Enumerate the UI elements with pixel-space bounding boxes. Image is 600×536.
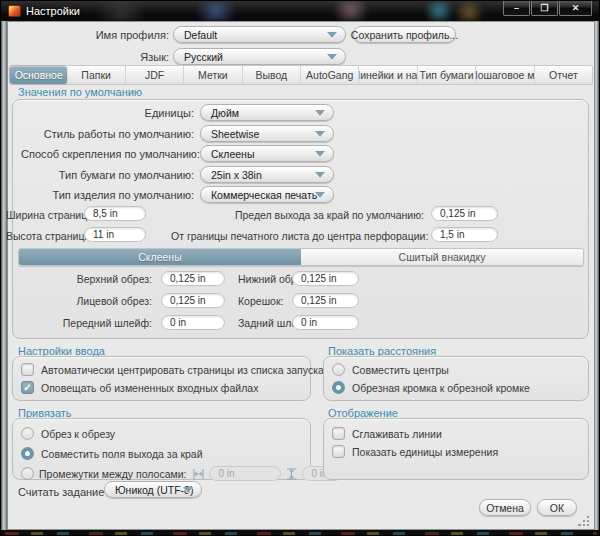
profile-name-select[interactable]: Default — [173, 26, 346, 43]
units-label: Единицы: — [21, 107, 194, 119]
radio-trim-to-trim-snap-label: Обрез к обрезу — [41, 428, 115, 440]
perforation-input[interactable]: 1,5 in — [431, 227, 498, 242]
title-bar[interactable]: Настройки – ❐ ✕ — [1, 1, 600, 21]
cancel-button[interactable]: Отмена — [479, 499, 531, 516]
checkbox-show-units-label: Показать единицы измерения — [352, 446, 498, 458]
settings-dialog: Настройки – ❐ ✕ Имя профиля: Default Сох… — [0, 0, 600, 536]
trim-bottom-input[interactable]: 0,125 in — [292, 271, 359, 286]
tab-folders[interactable]: Папки — [67, 66, 124, 84]
back-tail-input[interactable]: 0 in — [292, 315, 359, 330]
distances-groupbox: Совместить центры Обрезная кромка к обре… — [323, 356, 589, 401]
units-select[interactable]: Дюйм — [200, 104, 334, 121]
horizontal-gap-icon — [193, 468, 204, 480]
checkbox-auto-center[interactable] — [21, 363, 34, 376]
minimize-button[interactable]: – — [503, 1, 530, 16]
tab-output[interactable]: Вывод — [242, 66, 300, 84]
trim-top-label: Верхний обрез: — [61, 273, 152, 285]
chevron-down-icon — [315, 172, 325, 178]
profile-name-value: Default — [184, 29, 217, 41]
ok-button[interactable]: ОК — [537, 499, 577, 516]
segment-saddle-stitched[interactable]: Сшитый внакидку — [301, 249, 583, 265]
work-style-value: Sheetwise — [211, 128, 259, 140]
read-job-select[interactable]: Юникод (UTF-8) — [104, 481, 202, 498]
snap-groupbox: Обрез к обрезу Совместить поля выхода за… — [12, 418, 311, 480]
tab-main[interactable]: Основное — [10, 66, 67, 84]
resize-grip[interactable] — [578, 514, 590, 526]
trim-face-input[interactable]: 0,125 in — [161, 293, 225, 308]
chevron-down-icon — [327, 54, 337, 60]
profile-name-label: Имя профиля: — [61, 29, 169, 41]
product-type-label: Тип изделия по умолчанию: — [21, 189, 194, 201]
chevron-down-icon — [183, 487, 193, 493]
checkbox-notify-changed-files-label: Оповещать об измененных входных файлах — [41, 382, 258, 394]
radio-trim-to-trim-label: Обрезная кромка к обрезной кромке — [352, 382, 530, 394]
close-button[interactable]: ✕ — [559, 1, 592, 16]
checkbox-auto-center-label: Автоматически центрировать страницы из с… — [41, 364, 324, 376]
radio-align-centers[interactable] — [332, 363, 345, 376]
language-select[interactable]: Русский — [173, 48, 346, 65]
binding-method-value: Склеены — [211, 148, 254, 160]
chevron-down-icon — [315, 151, 325, 157]
tab-autogang[interactable]: AutoGang — [300, 66, 358, 84]
defaults-section-header: Значения по умолчанию — [18, 86, 142, 98]
gap-horizontal-input[interactable]: 0 in — [209, 466, 281, 481]
binding-method-label: Способ скрепления по умолчанию: — [21, 148, 194, 160]
product-type-select[interactable]: Коммерческая печать — [200, 186, 334, 203]
checkbox-smooth-lines[interactable] — [332, 427, 345, 440]
perforation-label: От границы печатного листа до центра пер… — [171, 230, 424, 242]
page-height-input[interactable]: 11 in — [84, 227, 146, 242]
save-profile-button[interactable]: Сохранить профиль... — [353, 26, 456, 43]
binding-segmented-control: Склеены Сшитый внакидку — [18, 248, 584, 266]
units-value: Дюйм — [211, 107, 239, 119]
radio-column-gaps[interactable] — [21, 467, 34, 480]
input-settings-groupbox: Автоматически центрировать страницы из с… — [12, 356, 311, 401]
radio-column-gaps-label: Промежутки между полосами: — [39, 468, 186, 480]
page-height-label: Высота страницы: — [6, 230, 79, 242]
work-style-label: Стиль работы по умолчанию: — [21, 128, 194, 140]
spine-input[interactable]: 0,125 in — [292, 293, 359, 308]
chevron-down-icon — [315, 110, 325, 116]
chevron-down-icon — [327, 32, 337, 38]
tab-strip: Основное Папки JDF Метки Вывод AutoGang … — [9, 65, 593, 85]
language-label: Язык: — [61, 51, 169, 63]
segment-perfect-bound[interactable]: Склеены — [19, 249, 301, 265]
chevron-down-icon — [315, 131, 325, 137]
front-tail-input[interactable]: 0 in — [161, 315, 225, 330]
radio-align-bleed-margins[interactable] — [21, 447, 34, 460]
work-style-select[interactable]: Sheetwise — [200, 125, 334, 142]
vertical-gap-icon — [286, 468, 297, 480]
paper-type-select[interactable]: 25in x 38in — [200, 166, 334, 183]
bleed-limit-label: Предел выхода за край по умолчанию: — [171, 209, 424, 221]
paper-type-label: Тип бумаги по умолчанию: — [21, 169, 194, 181]
paper-type-value: 25in x 38in — [211, 169, 262, 181]
checkbox-smooth-lines-label: Сглаживать линии — [352, 428, 442, 440]
spine-label: Корешок: — [238, 295, 283, 307]
checkbox-show-units[interactable] — [332, 445, 345, 458]
language-value: Русский — [184, 51, 223, 63]
radio-trim-to-trim[interactable] — [332, 381, 345, 394]
maximize-button[interactable]: ❐ — [531, 1, 558, 16]
checkbox-notify-changed-files[interactable] — [21, 381, 34, 394]
window-title: Настройки — [26, 5, 80, 17]
page-width-label: Ширина страницы: — [6, 209, 79, 221]
tab-jdf[interactable]: JDF — [125, 66, 183, 84]
page-width-input[interactable]: 8,5 in — [84, 206, 146, 221]
tab-paper-type[interactable]: Тип бумаги — [417, 66, 475, 84]
app-icon — [8, 5, 21, 17]
trim-face-label: Лицевой обрез: — [61, 295, 152, 307]
radio-trim-to-trim-snap[interactable] — [21, 427, 34, 440]
trim-top-input[interactable]: 0,125 in — [161, 271, 225, 286]
tab-marks[interactable]: Метки — [183, 66, 241, 84]
radio-align-centers-label: Совместить центры — [352, 364, 449, 376]
tab-rulers[interactable]: Линейки и нап — [358, 66, 416, 84]
tab-step-repeat[interactable]: Пошаговое му — [475, 66, 533, 84]
radio-align-bleed-margins-label: Совместить поля выхода за край — [41, 448, 203, 460]
read-job-value: Юникод (UTF-8) — [115, 484, 193, 496]
bleed-limit-input[interactable]: 0,125 in — [431, 206, 498, 221]
binding-method-select[interactable]: Склеены — [200, 145, 334, 162]
tab-report[interactable]: Отчет — [534, 66, 592, 84]
chevron-down-icon — [315, 192, 325, 198]
product-type-value: Коммерческая печать — [211, 189, 317, 201]
window-frame-bottom — [1, 530, 600, 536]
front-tail-label: Передний шлейф: — [61, 317, 152, 329]
